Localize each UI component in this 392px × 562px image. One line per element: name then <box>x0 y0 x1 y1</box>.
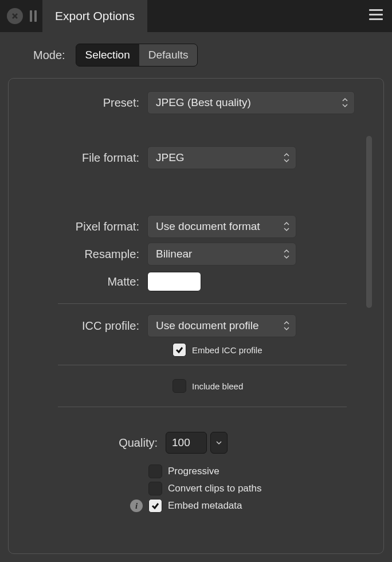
matte-color-swatch[interactable] <box>147 272 201 291</box>
embed-icc-checkbox[interactable] <box>173 343 186 357</box>
separator <box>58 365 347 365</box>
file-format-select[interactable]: JPEG <box>147 146 296 169</box>
quality-input[interactable]: 100 <box>166 432 207 454</box>
mode-label: Mode: <box>33 49 65 62</box>
icc-profile-label: ICC profile: <box>9 319 147 333</box>
include-bleed-checkbox[interactable] <box>173 379 186 393</box>
panel-menu-button[interactable] <box>369 9 383 20</box>
separator <box>58 303 347 304</box>
convert-clips-checkbox[interactable] <box>148 482 162 495</box>
panel-tab-export-options[interactable]: Export Options <box>42 0 147 32</box>
embed-metadata-checkbox[interactable] <box>148 499 162 513</box>
chevron-updown-icon <box>283 320 290 331</box>
chevron-updown-icon <box>283 221 290 232</box>
file-format-value: JPEG <box>156 151 185 164</box>
chevron-updown-icon <box>342 97 348 108</box>
resample-value: Bilinear <box>156 248 192 260</box>
icc-profile-select[interactable]: Use document profile <box>147 314 296 337</box>
pixel-format-label: Pixel format: <box>9 220 147 233</box>
progressive-checkbox[interactable] <box>148 465 162 478</box>
chevron-updown-icon <box>283 152 290 163</box>
quality-label: Quality: <box>9 436 166 450</box>
preset-select[interactable]: JPEG (Best quality) <box>147 91 355 114</box>
embed-icc-label: Embed ICC profile <box>192 345 262 355</box>
mode-segmented: Selection Defaults <box>76 44 198 67</box>
resample-select[interactable]: Bilinear <box>147 243 296 266</box>
export-panel: Preset: JPEG (Best quality) File format:… <box>8 78 384 554</box>
file-format-label: File format: <box>9 151 147 165</box>
include-bleed-label: Include bleed <box>192 381 243 391</box>
close-icon <box>11 13 18 19</box>
mode-selection[interactable]: Selection <box>76 44 139 66</box>
chevron-down-icon <box>216 440 222 445</box>
progressive-label: Progressive <box>168 466 219 477</box>
embed-metadata-label: Embed metadata <box>168 500 242 512</box>
quality-stepper[interactable] <box>210 432 228 454</box>
tab-label: Export Options <box>55 9 135 23</box>
preset-value: JPEG (Best quality) <box>156 96 251 109</box>
scrollbar[interactable] <box>366 136 372 308</box>
close-button[interactable] <box>7 8 23 24</box>
convert-clips-label: Convert clips to paths <box>168 483 261 494</box>
quality-value: 100 <box>172 436 190 449</box>
preset-label: Preset: <box>9 96 147 110</box>
pixel-format-select[interactable]: Use document format <box>147 215 296 238</box>
pixel-format-value: Use document format <box>156 220 260 233</box>
separator <box>58 407 347 407</box>
resample-label: Resample: <box>9 248 147 261</box>
matte-label: Matte: <box>9 275 147 288</box>
mode-row: Mode: Selection Defaults <box>0 32 392 78</box>
titlebar: Export Options <box>0 0 392 32</box>
icc-profile-value: Use document profile <box>156 319 259 332</box>
mode-defaults[interactable]: Defaults <box>139 44 198 66</box>
chevron-updown-icon <box>283 248 290 260</box>
pause-icon <box>30 0 37 32</box>
info-icon[interactable]: i <box>130 499 143 512</box>
